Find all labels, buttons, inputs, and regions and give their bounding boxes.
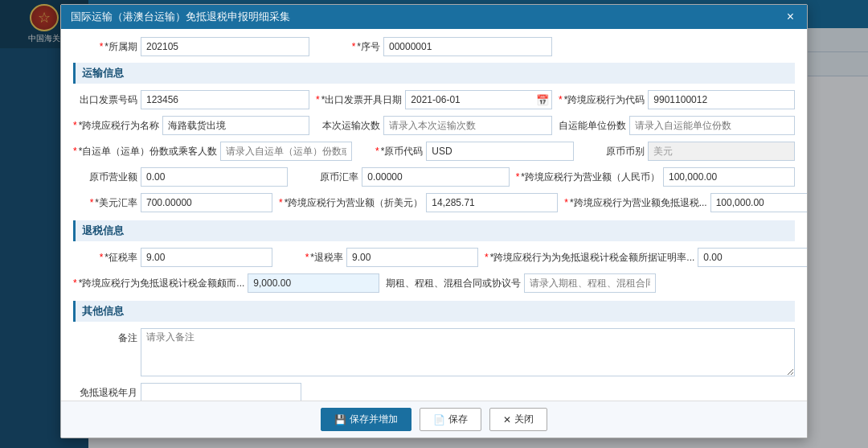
- cross-border-tax-refund-input[interactable]: [710, 193, 807, 212]
- seq-item: *序号: [316, 37, 552, 56]
- cross-border-rmb-label: *跨境应税行为营业额（人民币）: [516, 171, 660, 184]
- self-unit-label: 自运能单位份数: [559, 119, 626, 133]
- modal-footer: 💾 保存并增加 📄 保存 ✕ 关闭: [61, 401, 807, 438]
- export-date-wrapper: 📅: [405, 90, 552, 109]
- period-input[interactable]: [141, 37, 309, 56]
- close-modal-button[interactable]: ✕ 关闭: [489, 408, 547, 431]
- transport-row4: 原币营业额 原币汇率 *跨境应税行为营业额（人民币）: [73, 167, 795, 187]
- tax-refund-section: 退税信息 *征税率 *退税率 *跨境应税行为为免抵退税计税金额所据证明率...: [73, 220, 795, 293]
- free-tax-month-row: 免抵退税年月: [73, 383, 795, 401]
- cross-border-tax-refund-item: *跨境应税行为营业额免抵退税...: [564, 193, 807, 212]
- period-rent-label: 期租、程租、混租合同或协议号: [386, 277, 521, 290]
- cross-border-usd-item: *跨境应税行为营业额（折美元）: [279, 193, 558, 212]
- original-exchange-input[interactable]: [362, 167, 509, 187]
- usd-rate-item: *美元汇率: [73, 193, 272, 212]
- free-tax-month-item: 免抵退税年月: [73, 383, 795, 401]
- save-add-label: 保存并增加: [350, 413, 398, 426]
- free-tax-rate-input[interactable]: [698, 248, 807, 267]
- taxable-name-input[interactable]: [162, 116, 309, 135]
- modal-close-button[interactable]: ×: [784, 10, 797, 24]
- seq-label: *序号: [316, 40, 380, 54]
- original-revenue-item: 原币营业额: [73, 167, 288, 187]
- self-list-input[interactable]: [220, 142, 352, 161]
- period-rent-item: 期租、程租、混租合同或协议号: [386, 273, 656, 293]
- tax-row2: *跨境应税行为免抵退税计税金额颇而... 期租、程租、混租合同或协议号: [73, 273, 795, 293]
- remark-textarea[interactable]: [141, 328, 795, 376]
- cross-border-rmb-input[interactable]: [663, 167, 795, 187]
- remark-item: 备注: [73, 328, 795, 376]
- export-invoice-label: 出口发票号码: [73, 93, 137, 107]
- period-label: *所属期: [73, 40, 137, 54]
- free-tax-rate-item: *跨境应税行为为免抵退税计税金额所据证明率...: [485, 248, 807, 267]
- free-tax-month-input[interactable]: [141, 383, 301, 401]
- remark-row: 备注: [73, 328, 795, 376]
- tax-row1: *征税率 *退税率 *跨境应税行为为免抵退税计税金额所据证明率...: [73, 248, 795, 267]
- original-exchange-label: 原币汇率: [294, 171, 358, 184]
- save-add-icon: 💾: [334, 414, 346, 425]
- export-date-input[interactable]: [405, 90, 552, 109]
- tax-refund-section-title: 退税信息: [73, 220, 795, 241]
- free-tax-amount-label: *跨境应税行为免抵退税计税金额颇而...: [73, 277, 244, 290]
- export-date-label: *出口发票开具日期: [316, 93, 402, 107]
- calendar-icon[interactable]: 📅: [536, 94, 549, 106]
- original-exchange-item: 原币汇率: [294, 167, 509, 187]
- transport-section: 运输信息 出口发票号码 *出口发票开具日期 📅: [73, 63, 795, 212]
- export-invoice-input[interactable]: [141, 90, 309, 109]
- export-invoice-item: 出口发票号码: [73, 90, 309, 109]
- original-revenue-label: 原币营业额: [73, 171, 137, 184]
- free-tax-amount-input[interactable]: [248, 273, 379, 293]
- free-tax-rate-label: *跨境应税行为为免抵退税计税金额所据证明率...: [485, 251, 694, 265]
- modal: 国际运输（港澳台运输）免抵退税申报明细采集 × *所属期 *序号: [60, 4, 808, 438]
- self-unit-input[interactable]: [629, 116, 795, 135]
- free-tax-month-label: 免抵退税年月: [73, 386, 137, 400]
- cross-border-rmb-item: *跨境应税行为营业额（人民币）: [516, 167, 795, 187]
- currency-name-label: 原币币别: [580, 145, 645, 158]
- cross-border-usd-label: *跨境应税行为营业额（折美元）: [279, 196, 423, 210]
- transport-row1: 出口发票号码 *出口发票开具日期 📅 *跨境应税行为代码: [73, 90, 795, 109]
- usd-rate-label: *美元汇率: [73, 196, 137, 210]
- modal-title: 国际运输（港澳台运输）免抵退税申报明细采集: [71, 10, 290, 24]
- tax-rate-item: *征税率: [73, 248, 272, 267]
- tax-rate-label: *征税率: [73, 251, 137, 265]
- self-list-item: *自运单（运单）份数或乘客人数: [73, 142, 352, 161]
- close-label: 关闭: [514, 413, 534, 426]
- refund-rate-item: *退税率: [279, 248, 478, 267]
- cross-border-usd-input[interactable]: [426, 193, 558, 212]
- other-section: 其他信息 备注 免抵退税年月: [73, 301, 795, 401]
- cross-border-tax-refund-label: *跨境应税行为营业额免抵退税...: [564, 196, 706, 210]
- transport-row3: *自运单（运单）份数或乘客人数 *原币代码 原币币别: [73, 142, 795, 161]
- save-icon: 📄: [433, 414, 445, 425]
- backdrop: ☆ 中国海关 国家... 货物劳务及服务... 采集首页 具... + 新建 导…: [0, 0, 868, 448]
- period-rent-input[interactable]: [524, 273, 656, 293]
- currency-name-item: 原币币别: [580, 142, 795, 161]
- save-add-button[interactable]: 💾 保存并增加: [321, 408, 411, 431]
- transport-row2: *跨境应税行为名称 本次运输次数 自运能单位份数: [73, 116, 795, 135]
- remark-label: 备注: [73, 328, 137, 345]
- free-tax-amount-item: *跨境应税行为免抵退税计税金额颇而...: [73, 273, 379, 293]
- currency-name-input: [648, 142, 795, 161]
- refund-rate-input[interactable]: [346, 248, 478, 267]
- period-seq-row: *所属期 *序号: [73, 37, 795, 56]
- tax-rate-input[interactable]: [141, 248, 272, 267]
- transport-count-input[interactable]: [383, 116, 552, 135]
- export-date-item: *出口发票开具日期 📅: [316, 90, 552, 109]
- seq-input[interactable]: [383, 37, 552, 56]
- agent-code-input[interactable]: [648, 90, 795, 109]
- refund-rate-label: *退税率: [279, 251, 343, 265]
- original-revenue-input[interactable]: [141, 167, 288, 187]
- taxable-name-label: *跨境应税行为名称: [73, 119, 159, 133]
- usd-rate-input[interactable]: [141, 193, 272, 212]
- modal-overlay: 国际运输（港澳台运输）免抵退税申报明细采集 × *所属期 *序号: [0, 0, 868, 448]
- period-item: *所属期: [73, 37, 309, 56]
- modal-body[interactable]: *所属期 *序号 运输信息 出口发票号码: [61, 29, 807, 401]
- transport-section-title: 运输信息: [73, 63, 795, 84]
- other-section-title: 其他信息: [73, 301, 795, 322]
- agent-code-label: *跨境应税行为代码: [559, 93, 645, 107]
- save-button[interactable]: 📄 保存: [420, 408, 481, 431]
- save-label: 保存: [448, 413, 468, 426]
- self-list-label: *自运单（运单）份数或乘客人数: [73, 145, 217, 158]
- transport-count-label: 本次运输次数: [316, 119, 380, 133]
- self-unit-item: 自运能单位份数: [559, 116, 795, 135]
- transport-count-item: 本次运输次数: [316, 116, 552, 135]
- currency-code-input[interactable]: [426, 142, 573, 161]
